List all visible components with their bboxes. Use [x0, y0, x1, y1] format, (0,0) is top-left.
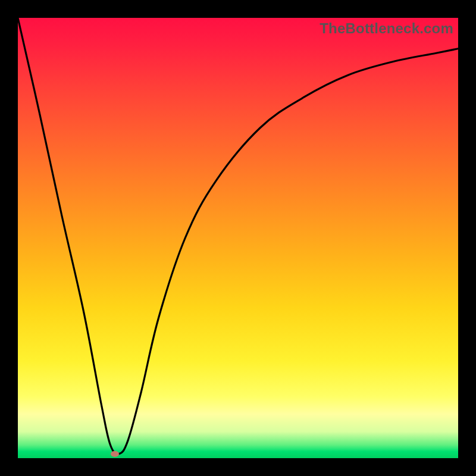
curve-svg — [18, 18, 458, 458]
plot-area: TheBottleneck.com — [18, 18, 458, 458]
series-curve — [18, 18, 458, 454]
marker-dot — [111, 451, 119, 457]
chart-frame: TheBottleneck.com — [0, 0, 476, 476]
